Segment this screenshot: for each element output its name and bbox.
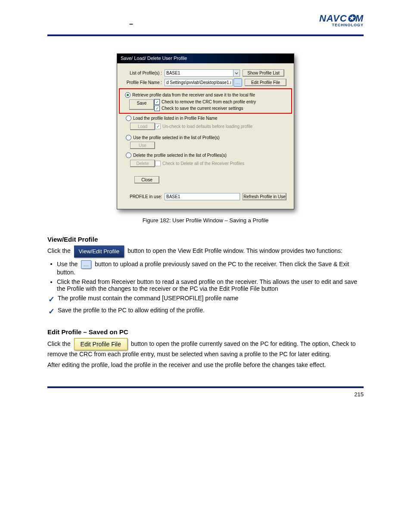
checkmark-icon: ✓ [48, 295, 58, 304]
brand-logo: NAVC✪M TECHNOLOGY [319, 14, 364, 27]
tick-note-1: The profile must contain the command [US… [58, 295, 364, 302]
save-current-settings-checkbox[interactable] [154, 106, 160, 111]
use-radio[interactable] [126, 135, 131, 140]
brand-line1: NAVC✪M [319, 14, 364, 23]
bullet1-text-a: Use the [57, 260, 79, 267]
edit-profile-file-inline-button: Edit Profile File [74, 338, 128, 351]
save-button[interactable]: Save [129, 100, 154, 110]
figure-number: Figure 182: [143, 217, 172, 224]
profile-file-name-label: Profile File Name : [122, 80, 165, 85]
delete-radio-label: Delete the profile selected in the list … [133, 153, 227, 158]
bullet1-text-b: button to upload a profile previously sa… [57, 260, 349, 275]
view-edit-profile-heading: View/Edit Profile [47, 236, 364, 243]
list-of-profiles-label: List of Profile(s) : [122, 71, 165, 75]
profile-in-use-field [165, 193, 240, 200]
view-edit-profile-inline-button: View/Edit Profile [74, 246, 124, 258]
top-divider [47, 34, 364, 36]
checkmark-icon: ✓ [48, 307, 58, 316]
brand-line2: TECHNOLOGY [319, 23, 364, 27]
load-radio-label: Load the profile listed in in Profile Fi… [133, 116, 218, 121]
edit-profile-file-button[interactable]: Edit Profile File [245, 79, 286, 86]
show-profile-list-button[interactable]: Show Profile List [243, 69, 284, 77]
figure-text: User Profile Window – Saving a Profile [172, 217, 268, 224]
highlighted-section: Retrieve profile data from the receiver … [119, 88, 292, 114]
list-of-profiles-combo[interactable] [165, 69, 234, 77]
dialog-title: Save/ Load/ Delete User Profile [117, 54, 294, 63]
load-button[interactable]: Load [130, 123, 155, 130]
remove-crc-checkbox[interactable] [154, 99, 160, 105]
profile-file-name-input[interactable] [165, 79, 233, 86]
browse-button[interactable]: ... [234, 78, 242, 87]
user-profile-dialog: Save/ Load/ Delete User Profile List of … [117, 53, 294, 209]
list-item: Use the ... button to upload a profile p… [57, 260, 364, 276]
uncheck-defaults-label: Un-check to load defaults before loading… [162, 124, 252, 129]
edit-para-a: Click the [47, 340, 72, 347]
use-radio-label: Use the profile selected in the list of … [133, 135, 220, 140]
delete-radio[interactable] [126, 152, 131, 158]
close-button[interactable]: Close [134, 176, 159, 184]
tick-note-2: Save the profile to the PC to allow edit… [58, 307, 364, 314]
delete-all-checkbox[interactable] [155, 161, 161, 166]
bottom-divider [47, 386, 364, 388]
view-edit-paragraph: Click the View/Edit Profile button to op… [47, 246, 364, 258]
save-current-settings-label: Check to save the current receiver setti… [162, 106, 243, 111]
delete-button[interactable]: Delete [130, 160, 155, 167]
list-item: Click the Read from Receiver button to r… [57, 278, 364, 292]
refresh-profile-button[interactable]: Refresh Profile in Use [243, 193, 286, 200]
edit-profile-paragraph-1: Click the Edit Profile File button to op… [47, 338, 364, 359]
header-sep: – [129, 20, 133, 28]
retrieve-radio-label: Retrieve profile data from the receiver … [132, 93, 255, 97]
retrieve-radio[interactable] [125, 92, 131, 98]
chevron-down-icon [235, 72, 238, 75]
profile-in-use-label: PROFILE in use: [122, 194, 165, 199]
uncheck-defaults-checkbox[interactable] [155, 124, 161, 129]
edit-profile-paragraph-2: After editing the profile, load the prof… [47, 361, 364, 369]
delete-all-label: Check to Delete all of the Receiver Prof… [162, 161, 244, 166]
browse-inline-icon: ... [81, 260, 91, 269]
figure-caption: Figure 182: User Profile Window – Saving… [47, 217, 364, 224]
edit-profile-heading: Edit Profile – Saved on PC [47, 328, 364, 336]
combo-dropdown-button[interactable] [234, 69, 240, 77]
bullet2-text: Click the Read from Receiver button to r… [57, 278, 357, 292]
load-radio[interactable] [126, 115, 131, 121]
remove-crc-label: Check to remove the CRC from each profil… [162, 100, 256, 104]
use-button[interactable]: Use [130, 142, 155, 149]
page-number: 215 [47, 391, 364, 398]
